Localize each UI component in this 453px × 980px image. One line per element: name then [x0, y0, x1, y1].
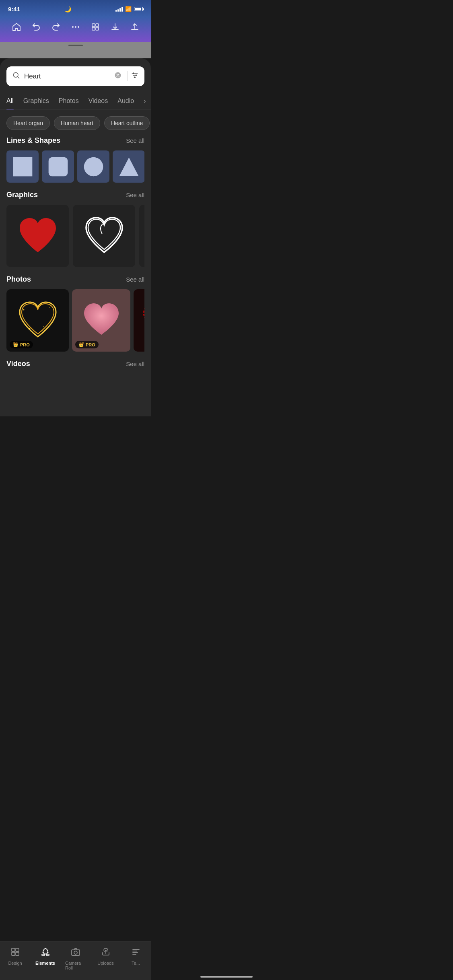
graphics-grid: [6, 205, 144, 267]
videos-section: Videos See all: [0, 360, 151, 368]
tab-graphics[interactable]: Graphics: [23, 93, 49, 109]
filter-button[interactable]: [127, 71, 139, 81]
graphic-red-heart[interactable]: [6, 205, 69, 267]
signal-icon: [115, 7, 123, 12]
svg-rect-4: [96, 24, 99, 27]
shape-rounded-square[interactable]: [42, 150, 74, 183]
status-icons: 📶: [115, 6, 143, 12]
search-bar-container: Heart: [0, 58, 151, 93]
graphic-pink-sketch-heart[interactable]: [139, 205, 144, 267]
search-panel: Heart All Graphics: [0, 58, 151, 416]
videos-see-all[interactable]: See all: [126, 360, 144, 367]
tab-all[interactable]: All: [6, 93, 14, 109]
tab-videos[interactable]: Videos: [89, 93, 108, 109]
more-button[interactable]: [69, 21, 82, 36]
chip-heart-organ[interactable]: Heart organ: [6, 116, 50, 130]
graphics-see-all[interactable]: See all: [126, 191, 144, 198]
lines-shapes-see-all[interactable]: See all: [126, 137, 144, 144]
photo-pink-heart[interactable]: 👑 PRO: [72, 289, 130, 352]
search-icon: [12, 71, 20, 81]
suggestion-chips: Heart organ Human heart Heart outline Bl…: [0, 110, 151, 136]
chip-heart-outline[interactable]: Heart outline: [104, 116, 150, 130]
svg-point-1: [75, 26, 76, 28]
svg-point-11: [134, 76, 135, 78]
search-query[interactable]: Heart: [24, 72, 110, 80]
svg-point-0: [72, 26, 74, 28]
svg-rect-5: [92, 27, 95, 30]
photos-title: Photos: [6, 275, 31, 284]
photo-red-glitter-heart[interactable]: [134, 289, 144, 352]
download-button[interactable]: [109, 21, 121, 36]
shape-circle[interactable]: [77, 150, 109, 183]
svg-point-25: [29, 328, 30, 329]
status-time: 9:41: [8, 6, 20, 12]
svg-point-24: [49, 307, 50, 308]
svg-point-23: [23, 309, 24, 310]
tabs-chevron-icon[interactable]: ›: [144, 97, 146, 105]
svg-point-10: [136, 74, 137, 76]
canvas-preview: [0, 42, 151, 58]
photos-see-all[interactable]: See all: [126, 276, 144, 283]
layers-button[interactable]: [89, 21, 102, 36]
crown-icon: 👑: [13, 342, 19, 347]
graphics-header: Graphics See all: [6, 191, 144, 199]
chip-human-heart[interactable]: Human heart: [54, 116, 100, 130]
lines-shapes-section: Lines & Shapes See all: [0, 136, 151, 183]
wifi-icon: 📶: [125, 6, 132, 12]
svg-point-9: [133, 72, 134, 74]
crown-icon-2: 👑: [78, 342, 84, 347]
svg-point-2: [78, 26, 79, 28]
status-bar: 9:41 🌙 📶: [0, 0, 151, 16]
tab-audio[interactable]: Audio: [117, 93, 134, 109]
svg-rect-3: [92, 24, 95, 27]
svg-rect-6: [96, 27, 99, 30]
shapes-grid: [6, 150, 144, 183]
svg-marker-15: [119, 157, 138, 176]
svg-rect-12: [13, 157, 32, 176]
drag-handle[interactable]: [68, 45, 83, 46]
svg-point-26: [43, 326, 44, 327]
search-bar: Heart: [6, 66, 144, 86]
moon-icon: 🌙: [64, 6, 71, 12]
svg-point-14: [84, 157, 103, 176]
photos-grid: 👑 PRO 👑 PRO: [6, 289, 144, 352]
redo-button[interactable]: [49, 21, 62, 36]
share-button[interactable]: [128, 21, 141, 36]
pro-badge-2: 👑 PRO: [75, 341, 99, 348]
lines-shapes-title: Lines & Shapes: [6, 136, 60, 145]
svg-point-27: [35, 304, 36, 305]
category-tabs: All Graphics Photos Videos Audio ›: [0, 93, 151, 110]
graphic-swirl-heart[interactable]: [73, 205, 135, 267]
photos-section: Photos See all 👑 PRO: [0, 275, 151, 352]
svg-rect-13: [48, 157, 68, 176]
battery-icon: [134, 7, 143, 11]
tab-photos[interactable]: Photos: [59, 93, 79, 109]
videos-title: Videos: [6, 360, 30, 368]
clear-search-button[interactable]: [114, 72, 121, 81]
lines-shapes-header: Lines & Shapes See all: [6, 136, 144, 145]
undo-button[interactable]: [30, 21, 43, 36]
graphics-section: Graphics See all: [0, 191, 151, 267]
home-button[interactable]: [10, 21, 23, 36]
photos-header: Photos See all: [6, 275, 144, 284]
videos-header: Videos See all: [6, 360, 144, 368]
pro-badge: 👑 PRO: [10, 341, 33, 348]
graphics-title: Graphics: [6, 191, 38, 199]
photo-gold-heart[interactable]: 👑 PRO: [6, 289, 69, 352]
shape-triangle-up[interactable]: [113, 150, 144, 183]
shape-square[interactable]: [6, 150, 39, 183]
toolbar: [0, 16, 151, 42]
